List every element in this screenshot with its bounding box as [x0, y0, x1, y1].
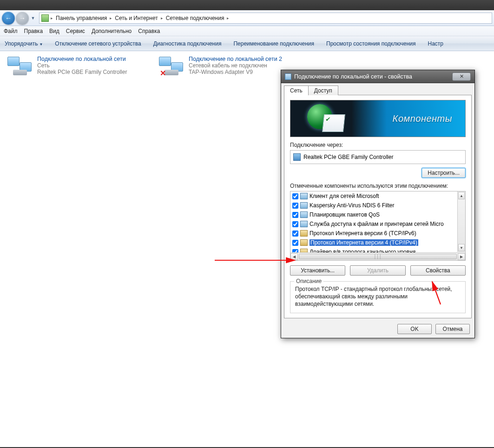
component-checkbox[interactable]: [292, 203, 298, 209]
disconnected-icon: ✕: [160, 69, 166, 78]
component-label: Kaspersky Anti-Virus NDIS 6 Filter: [310, 202, 395, 209]
component-icon: [300, 239, 308, 246]
breadcrumb-item[interactable]: Сетевые подключения: [163, 15, 227, 21]
install-button[interactable]: Установить...: [290, 265, 345, 276]
tab-strip: Сеть Доступ: [284, 85, 474, 95]
ok-button[interactable]: OK: [397, 324, 432, 334]
vertical-scrollbar[interactable]: ▲ ▼: [457, 191, 465, 252]
component-label: Клиент для сетей Microsoft: [310, 193, 379, 199]
connection-item[interactable]: ✕ Подключение по локальной сети 2 Сетево…: [158, 56, 282, 77]
location-icon: [41, 14, 49, 22]
menu-file[interactable]: Файл: [4, 28, 18, 34]
dialog-titlebar[interactable]: Подключение по локальной сети - свойства…: [281, 70, 474, 83]
tab-access[interactable]: Доступ: [308, 86, 338, 95]
component-row[interactable]: Служба доступа к файлам и принтерам сете…: [290, 219, 457, 229]
adapter-name: Realtek PCIe GBE Family Controller: [303, 154, 393, 160]
component-label: Протокол Интернета версии 6 (TCP/IPv6): [310, 230, 416, 237]
back-button[interactable]: ←: [2, 12, 15, 25]
scroll-down-icon[interactable]: ▼: [458, 244, 465, 251]
checklist-icon: [322, 114, 345, 132]
description-legend: Описание: [294, 278, 323, 284]
scroll-up-icon[interactable]: ▲: [458, 192, 465, 199]
component-checkbox[interactable]: [292, 193, 298, 199]
component-icon: [300, 193, 308, 199]
menu-bar: Файл Правка Вид Сервис Дополнительно Спр…: [0, 26, 494, 36]
component-icon: [300, 202, 308, 209]
connection-title: Подключение по локальной сети: [37, 56, 127, 62]
connection-device: Realtek PCIe GBE Family Controller: [37, 69, 127, 75]
scroll-thumb[interactable]: │││: [299, 254, 457, 259]
adapter-field: Realtek PCIe GBE Family Controller: [290, 150, 466, 164]
properties-button[interactable]: Свойства: [410, 265, 466, 276]
menu-tools[interactable]: Сервис: [66, 28, 85, 34]
component-checkbox[interactable]: [292, 212, 298, 218]
connection-status: Сетевой кабель не подключен: [189, 62, 282, 69]
cmd-disable-device[interactable]: Отключение сетевого устройства: [55, 40, 141, 47]
scroll-left-icon[interactable]: ◀: [290, 253, 298, 260]
remove-button: Удалить: [350, 265, 405, 276]
component-checkbox[interactable]: [292, 231, 298, 237]
address-bar[interactable]: ▸ Панель управления ▸ Сеть и Интернет ▸ …: [39, 13, 492, 24]
tab-network[interactable]: Сеть: [284, 86, 309, 95]
component-icon: [300, 211, 308, 218]
properties-dialog: Подключение по локальной сети - свойства…: [281, 70, 475, 338]
navigation-bar: ← → ▼ ▸ Панель управления ▸ Сеть и Интер…: [0, 10, 494, 26]
breadcrumb-sep: ▸: [227, 16, 229, 20]
component-icon: [300, 221, 308, 227]
cmd-view-status[interactable]: Просмотр состояния подключения: [326, 40, 415, 47]
components-banner: Компоненты: [290, 100, 466, 137]
component-row[interactable]: Протокол Интернета версии 4 (TCP/IPv4): [290, 238, 457, 247]
cmd-organize[interactable]: Упорядочить▼: [5, 40, 43, 47]
cmd-settings[interactable]: Настр: [428, 40, 444, 47]
menu-extra[interactable]: Дополнительно: [92, 28, 132, 34]
cancel-button[interactable]: Отмена: [435, 324, 470, 334]
connect-via-label: Подключение через:: [290, 142, 466, 148]
tab-panel-network: Компоненты Подключение через: Realtek PC…: [284, 95, 472, 318]
component-label: Планировщик пакетов QoS: [310, 211, 380, 218]
components-listbox[interactable]: Клиент для сетей MicrosoftKaspersky Anti…: [290, 191, 466, 261]
history-dropdown[interactable]: ▼: [30, 13, 36, 23]
connection-item[interactable]: Подключение по локальной сети Сеть Realt…: [7, 56, 127, 77]
component-label: Служба доступа к файлам и принтерам сете…: [310, 221, 444, 227]
menu-help[interactable]: Справка: [138, 28, 160, 34]
scroll-right-icon[interactable]: ▶: [458, 253, 465, 260]
adapter-icon: [293, 153, 301, 161]
component-checkbox[interactable]: [292, 221, 298, 227]
component-row[interactable]: Протокол Интернета версии 6 (TCP/IPv6): [290, 229, 457, 238]
cmd-rename[interactable]: Переименование подключения: [233, 40, 314, 47]
breadcrumb-item[interactable]: Сеть и Интернет: [112, 15, 160, 21]
component-row[interactable]: Клиент для сетей Microsoft: [290, 191, 457, 201]
component-icon: [300, 230, 308, 237]
components-label: Отмеченные компоненты используются этим …: [290, 183, 466, 189]
component-row[interactable]: Kaspersky Anti-Virus NDIS 6 Filter: [290, 201, 457, 210]
description-text: Протокол TCP/IP - стандартный протокол г…: [295, 285, 461, 308]
command-bar: Упорядочить▼ Отключение сетевого устройс…: [0, 36, 494, 51]
close-button[interactable]: ✕: [452, 72, 471, 81]
banner-label: Компоненты: [393, 113, 452, 124]
component-row[interactable]: Планировщик пакетов QoS: [290, 210, 457, 219]
menu-view[interactable]: Вид: [49, 28, 59, 34]
description-group: Описание Протокол TCP/IP - стандартный п…: [290, 281, 466, 313]
cmd-diagnose[interactable]: Диагностика подключения: [153, 40, 222, 47]
configure-button[interactable]: Настроить...: [422, 168, 466, 178]
component-checkbox[interactable]: [292, 240, 298, 246]
connection-status: Сеть: [37, 62, 127, 69]
connection-device: TAP-Windows Adapter V9: [189, 69, 282, 75]
window-titlebar: [0, 0, 494, 10]
content-area: Подключение по локальной сети Сеть Realt…: [0, 51, 494, 447]
forward-button[interactable]: →: [16, 12, 29, 25]
network-icon: [7, 56, 33, 77]
breadcrumb-item[interactable]: Панель управления: [53, 15, 110, 21]
component-label: Протокол Интернета версии 4 (TCP/IPv4): [310, 239, 418, 246]
connection-title: Подключение по локальной сети 2: [189, 56, 282, 62]
horizontal-scrollbar[interactable]: ◀ │││ ▶: [290, 252, 465, 260]
network-icon: ✕: [158, 56, 185, 77]
menu-edit[interactable]: Правка: [24, 28, 43, 34]
adapter-mini-icon: [285, 73, 291, 80]
dialog-title: Подключение по локальной сети - свойства: [294, 73, 452, 80]
